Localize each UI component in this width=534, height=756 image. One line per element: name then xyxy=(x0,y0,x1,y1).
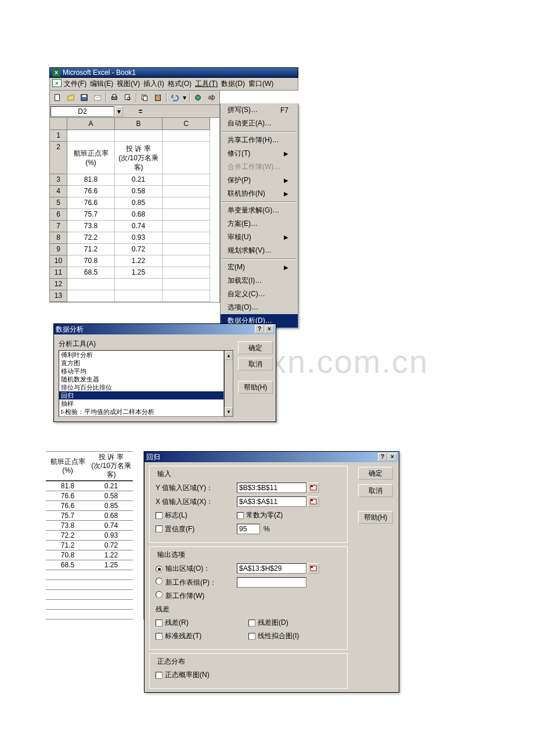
cell[interactable]: 76.6 xyxy=(67,186,115,197)
row-head[interactable]: 1 xyxy=(50,130,67,142)
cell[interactable] xyxy=(163,279,210,290)
menu-solver[interactable]: 规划求解(V)… xyxy=(221,244,298,257)
row-head[interactable]: 3 xyxy=(50,174,67,186)
menu-macro[interactable]: 宏(M)▶ xyxy=(221,261,298,274)
row-head[interactable]: 6 xyxy=(50,209,67,221)
table-cell[interactable]: 0.85 xyxy=(89,501,133,511)
list-item[interactable]: 移动平均 xyxy=(59,367,223,375)
row-head[interactable]: 7 xyxy=(50,221,67,232)
menu-view[interactable]: 视图(V) xyxy=(117,79,140,89)
table-cell[interactable]: 68.5 xyxy=(46,560,89,570)
cell[interactable] xyxy=(163,255,210,267)
table-cell[interactable]: 0.58 xyxy=(89,491,133,501)
table-cell[interactable]: 0.68 xyxy=(89,511,133,521)
new-icon[interactable] xyxy=(51,92,64,103)
cell[interactable] xyxy=(163,186,210,197)
output-area-input[interactable] xyxy=(237,563,306,574)
normal-prob-checkbox[interactable] xyxy=(156,672,163,679)
row-head[interactable]: 8 xyxy=(50,232,67,244)
const-zero-checkbox[interactable] xyxy=(237,512,244,519)
cell[interactable] xyxy=(163,209,210,221)
list-item[interactable]: 傅利叶分析 xyxy=(59,351,223,359)
cell[interactable]: 0.68 xyxy=(115,209,163,221)
table-cell[interactable] xyxy=(89,580,133,590)
table-cell[interactable]: 0.72 xyxy=(89,541,133,550)
cell[interactable] xyxy=(163,174,210,186)
list-item-regression[interactable]: 回归 xyxy=(59,391,223,399)
help-button[interactable]: 帮助(H) xyxy=(238,381,273,394)
line-fit-checkbox[interactable] xyxy=(248,633,255,640)
table-cell[interactable]: 75.7 xyxy=(46,511,89,521)
cell[interactable] xyxy=(115,290,163,302)
cancel-button[interactable]: 取消 xyxy=(238,358,273,370)
paste-icon[interactable] xyxy=(151,92,164,103)
save-icon[interactable] xyxy=(78,92,91,103)
menu-window[interactable]: 窗口(W) xyxy=(248,79,273,89)
table-cell[interactable]: 1.25 xyxy=(89,560,133,570)
y-range-input[interactable] xyxy=(237,483,306,493)
spell-icon[interactable]: ab xyxy=(205,92,218,103)
ref-picker-icon[interactable] xyxy=(308,483,319,493)
cell[interactable]: 0.58 xyxy=(115,186,163,197)
close-icon[interactable]: × xyxy=(265,325,274,333)
cell[interactable] xyxy=(163,244,210,255)
list-item[interactable]: t-检验：双样本等方差假设 xyxy=(59,416,223,417)
cell[interactable]: 0.74 xyxy=(115,221,163,232)
menu-online-collab[interactable]: 联机协作(N)▶ xyxy=(221,187,298,200)
table-cell[interactable]: 70.8 xyxy=(46,550,89,560)
cell[interactable]: 76.6 xyxy=(67,197,115,209)
menu-spelling[interactable]: 拼写(S)…F7 xyxy=(221,103,298,117)
table-cell[interactable]: 0.74 xyxy=(89,521,133,531)
cell[interactable]: 72.2 xyxy=(67,232,115,244)
list-item[interactable]: 直方图 xyxy=(59,359,223,367)
table-cell[interactable]: 76.6 xyxy=(46,491,89,501)
row-head[interactable]: 9 xyxy=(50,244,67,255)
cell[interactable]: 0.85 xyxy=(115,197,163,209)
ok-button[interactable]: 确定 xyxy=(238,341,273,354)
table-cell[interactable]: 81.8 xyxy=(46,481,89,491)
cell[interactable] xyxy=(67,130,115,142)
menu-tools[interactable]: 工具(T) xyxy=(195,79,218,89)
cell[interactable] xyxy=(67,279,115,290)
row-head[interactable]: 2 xyxy=(50,142,67,174)
cell[interactable]: 81.8 xyxy=(67,174,115,186)
open-icon[interactable] xyxy=(64,92,77,103)
list-item[interactable]: 抽样 xyxy=(59,399,223,408)
cell[interactable]: 0.93 xyxy=(115,232,163,244)
confidence-input[interactable] xyxy=(237,524,260,534)
preview-icon[interactable] xyxy=(121,92,134,103)
output-area-radio[interactable] xyxy=(156,566,163,573)
list-item[interactable]: t-检验：平均值的成对二样本分析 xyxy=(59,408,223,416)
cell[interactable]: 1.25 xyxy=(115,267,163,279)
menu-autocorrect[interactable]: 自动更正(A)… xyxy=(221,117,298,130)
row-head[interactable]: 12 xyxy=(50,279,67,290)
cell[interactable] xyxy=(163,221,210,232)
table-cell[interactable] xyxy=(89,590,133,600)
menu-track-changes[interactable]: 修订(T)▶ xyxy=(221,147,298,160)
help-button[interactable]: ? xyxy=(378,453,387,461)
link-icon[interactable] xyxy=(192,92,204,103)
table-cell[interactable]: 0.93 xyxy=(89,531,133,541)
ref-picker-icon[interactable] xyxy=(308,563,319,574)
menu-customize[interactable]: 自定义(C)… xyxy=(221,287,298,301)
cell[interactable]: 1.22 xyxy=(115,255,163,267)
cell[interactable]: 70.8 xyxy=(67,255,115,267)
cell[interactable] xyxy=(163,232,210,244)
menu-addins[interactable]: 加载宏(I)… xyxy=(221,274,298,287)
cell[interactable]: 0.21 xyxy=(115,174,163,186)
menu-goal-seek[interactable]: 单变量求解(G)… xyxy=(221,204,298,217)
new-workbook-radio[interactable] xyxy=(156,591,163,598)
name-box[interactable]: D2 xyxy=(50,106,114,117)
cell[interactable] xyxy=(163,290,210,302)
table-cell[interactable] xyxy=(89,610,133,620)
analysis-tools-list[interactable]: 傅利叶分析 直方图 移动平均 随机数发生器 排位与百分比排位 回归 抽样 t-检… xyxy=(59,350,224,417)
select-all[interactable] xyxy=(50,118,67,130)
residuals-checkbox[interactable] xyxy=(156,620,163,627)
cell[interactable] xyxy=(115,130,163,142)
menu-share-workbook[interactable]: 共享工作簿(H)… xyxy=(221,134,298,147)
list-item[interactable]: 排位与百分比排位 xyxy=(59,383,223,391)
ok-button[interactable]: 确定 xyxy=(358,467,393,480)
table-cell[interactable]: 0.21 xyxy=(89,481,133,491)
help-button[interactable]: ? xyxy=(255,325,264,333)
cell[interactable]: 0.72 xyxy=(115,244,163,255)
